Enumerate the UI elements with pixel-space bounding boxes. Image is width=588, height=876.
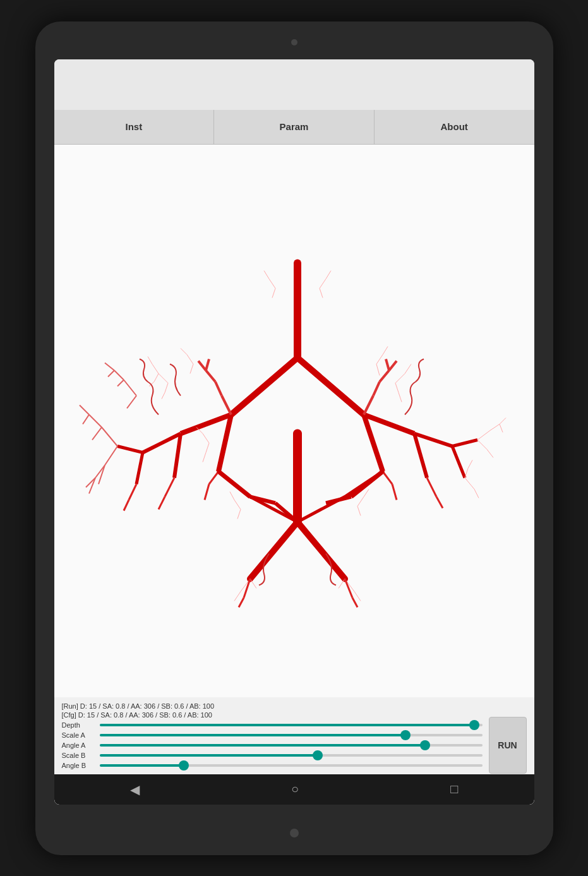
back-icon[interactable]: ◀ (130, 782, 140, 797)
slider-label-depth: Depth (62, 721, 95, 729)
slider-thumb-depth[interactable] (469, 720, 479, 730)
cfg-status: [Cfg] D: 15 / SA: 0.8 / AA: 306 / SB: 0.… (62, 711, 527, 719)
fractal-svg (54, 145, 534, 697)
top-bar (54, 59, 534, 110)
slider-label-anglea: Angle A (62, 741, 95, 749)
recents-icon[interactable]: □ (450, 782, 458, 796)
slider-track-anglea[interactable] (100, 744, 483, 747)
slider-label-angleb: Angle B (62, 762, 95, 769)
slider-row-angleb: Angle B (62, 762, 527, 769)
tab-inst[interactable]: Inst (54, 110, 215, 144)
fractal-canvas (54, 145, 534, 697)
slider-thumb-anglea[interactable] (420, 740, 430, 750)
slider-label-scaleb: Scale B (62, 752, 95, 759)
slider-track-scaleb[interactable] (100, 754, 483, 757)
slider-track-depth[interactable] (100, 724, 483, 726)
slider-row-scaleb: Scale B (62, 752, 527, 759)
slider-thumb-scaleb[interactable] (313, 750, 323, 760)
slider-fill-anglea (100, 744, 425, 747)
slider-thumb-angleb[interactable] (179, 760, 189, 771)
tab-about[interactable]: About (375, 110, 534, 144)
sliders-area: Depth Scale A Angle A (62, 721, 527, 769)
run-status: [Run] D: 15 / SA: 0.8 / AA: 306 / SB: 0.… (62, 702, 527, 710)
slider-row-anglea: Angle A (62, 741, 527, 749)
tab-param[interactable]: Param (214, 110, 375, 144)
slider-thumb-scalea[interactable] (400, 730, 411, 740)
tablet: Inst Param About (35, 21, 553, 855)
slider-row-depth: Depth (62, 721, 527, 729)
slider-track-scalea[interactable] (100, 734, 483, 736)
nav-bar: ◀ ○ □ (54, 774, 534, 805)
bottom-panel: [Run] D: 15 / SA: 0.8 / AA: 306 / SB: 0.… (54, 697, 534, 774)
screen: Inst Param About (54, 59, 534, 805)
slider-fill-scalea (100, 734, 406, 736)
slider-track-angleb[interactable] (100, 764, 483, 767)
slider-fill-scaleb (100, 754, 318, 757)
camera (291, 39, 297, 45)
slider-row-scalea: Scale A (62, 731, 527, 739)
home-button[interactable] (290, 829, 299, 837)
slider-fill-angleb (100, 764, 184, 767)
slider-label-scalea: Scale A (62, 731, 95, 739)
slider-fill-depth (100, 724, 475, 726)
nav-tabs: Inst Param About (54, 110, 534, 145)
home-icon[interactable]: ○ (291, 782, 299, 796)
run-button[interactable]: RUN (489, 717, 527, 774)
